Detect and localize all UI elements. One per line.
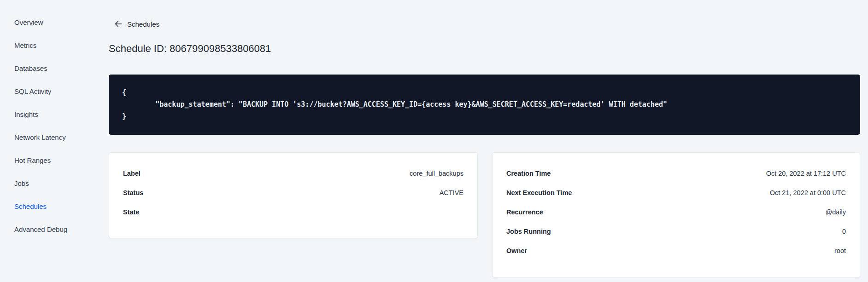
main-content: Schedules Schedule ID: 80679909853380608… xyxy=(109,0,860,277)
table-row: Status ACTIVE xyxy=(123,183,463,202)
sidebar-item-metrics[interactable]: Metrics xyxy=(0,34,97,57)
state-row-label: State xyxy=(123,208,139,216)
table-row: Jobs Running 0 xyxy=(506,222,846,241)
sidebar-item-network-latency[interactable]: Network Latency xyxy=(0,126,97,149)
creation-time-row-label: Creation Time xyxy=(506,170,551,177)
status-row-value: ACTIVE xyxy=(440,189,463,196)
schedule-summary-card: Label core_full_backups Status ACTIVE St… xyxy=(109,152,478,238)
recurrence-row-value: @daily xyxy=(825,208,846,216)
label-row-label: Label xyxy=(123,170,141,177)
backup-statement-code-block: { "backup_statement": "BACKUP INTO 's3:/… xyxy=(109,75,860,135)
detail-cards: Label core_full_backups Status ACTIVE St… xyxy=(109,152,860,277)
next-execution-row-value: Oct 21, 2022 at 0:00 UTC xyxy=(770,189,846,196)
sidebar-item-schedules[interactable]: Schedules xyxy=(0,195,97,218)
label-row-value: core_full_backups xyxy=(410,170,463,177)
back-to-schedules-link[interactable]: Schedules xyxy=(114,18,159,29)
sidebar-item-overview[interactable]: Overview xyxy=(0,11,97,34)
jobs-running-row-value: 0 xyxy=(842,228,846,235)
sidebar-item-hot-ranges[interactable]: Hot Ranges xyxy=(0,149,97,172)
schedule-details-page: { "sidebar": { "items": [ { "label": "Ov… xyxy=(0,0,868,282)
sidebar-nav: Overview Metrics Databases SQL Activity … xyxy=(0,11,97,241)
sidebar-item-jobs[interactable]: Jobs xyxy=(0,172,97,195)
table-row: State xyxy=(123,202,463,222)
table-row: Recurrence @daily xyxy=(506,202,846,222)
sidebar-item-insights[interactable]: Insights xyxy=(0,103,97,126)
jobs-running-row-label: Jobs Running xyxy=(506,228,551,235)
creation-time-row-value: Oct 20, 2022 at 17:12 UTC xyxy=(766,170,846,177)
sidebar-item-sql-activity[interactable]: SQL Activity xyxy=(0,80,97,103)
recurrence-row-label: Recurrence xyxy=(506,208,543,216)
schedule-timing-card: Creation Time Oct 20, 2022 at 17:12 UTC … xyxy=(492,152,860,277)
status-row-label: Status xyxy=(123,189,143,196)
owner-row-value: root xyxy=(834,247,846,254)
sidebar-item-advanced-debug[interactable]: Advanced Debug xyxy=(0,218,97,241)
page-title: Schedule ID: 806799098533806081 xyxy=(109,43,860,55)
owner-row-label: Owner xyxy=(506,247,527,254)
back-link-label: Schedules xyxy=(127,20,159,28)
table-row: Creation Time Oct 20, 2022 at 17:12 UTC xyxy=(506,164,846,183)
left-arrow-icon xyxy=(114,20,122,28)
table-row: Owner root xyxy=(506,241,846,260)
sidebar-item-databases[interactable]: Databases xyxy=(0,57,97,80)
table-row: Label core_full_backups xyxy=(123,164,463,183)
table-row: Next Execution Time Oct 21, 2022 at 0:00… xyxy=(506,183,846,202)
next-execution-row-label: Next Execution Time xyxy=(506,189,572,196)
